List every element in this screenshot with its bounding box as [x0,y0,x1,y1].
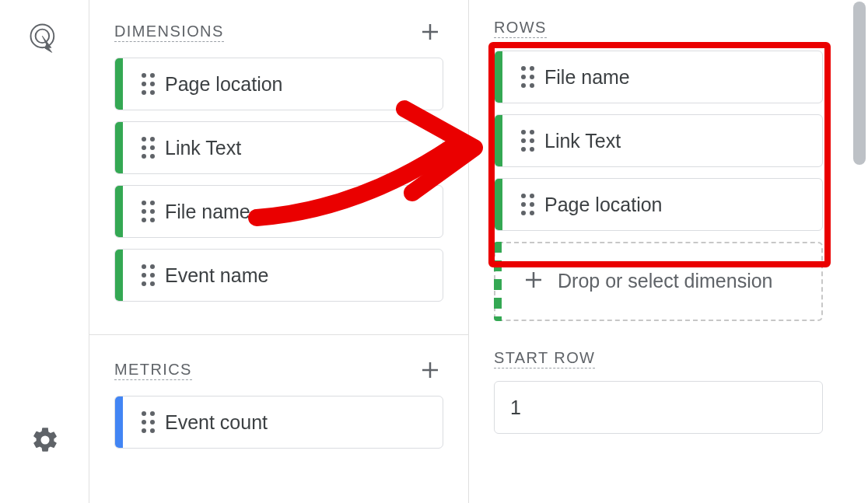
row-pill[interactable]: Link Text [494,114,823,167]
metric-pill[interactable]: Event count [114,396,443,449]
tab-settings-panel: ROWS File name Link Text Page location [468,0,848,503]
drag-handle-icon[interactable] [510,130,544,152]
plus-icon [522,268,545,295]
drag-handle-icon[interactable] [131,73,165,95]
pill-label: File name [165,201,250,223]
pill-label: Link Text [544,130,621,152]
settings-icon[interactable] [30,425,60,458]
drag-handle-icon[interactable] [131,264,165,286]
row-pill[interactable]: Page location [494,178,823,231]
pill-label: Page location [544,194,663,216]
dimensions-label: DIMENSIONS [114,23,224,42]
explore-tool-icon[interactable] [28,22,61,58]
dimension-accent [115,122,123,173]
dimension-pill[interactable]: Page location [114,58,443,110]
rows-drop-zone[interactable]: Drop or select dimension [494,242,823,321]
left-rail [0,0,89,503]
dimension-accent [495,51,502,103]
rows-label: ROWS [494,19,547,38]
dimension-accent [115,250,123,301]
start-row-section: START ROW [494,349,823,434]
metrics-section: METRICS Event count [114,334,443,449]
dropzone-accent [494,242,502,321]
dimension-accent [495,179,502,230]
pill-label: Page location [165,73,283,96]
variables-panel: DIMENSIONS Page location Link Text [89,0,468,503]
dimension-accent [115,58,123,110]
metric-accent [115,396,123,448]
drag-handle-icon[interactable] [131,411,165,433]
start-row-label: START ROW [494,349,595,369]
pill-label: Event name [165,264,268,287]
dimension-accent [495,115,502,166]
dropzone-label: Drop or select dimension [558,268,773,295]
dimension-accent [115,186,123,237]
start-row-input[interactable] [494,381,823,434]
dimension-pill[interactable]: Event name [114,249,443,302]
rows-section: ROWS File name Link Text Page location [494,19,823,321]
pill-label: Link Text [165,137,241,159]
scrollbar[interactable] [853,2,866,165]
drag-handle-icon[interactable] [131,137,165,159]
pill-label: File name [544,66,630,89]
dimension-pill[interactable]: File name [114,185,443,238]
drag-handle-icon[interactable] [510,194,544,215]
dimensions-section: DIMENSIONS Page location Link Text [114,19,443,302]
drag-handle-icon[interactable] [510,66,544,88]
metrics-label: METRICS [114,361,192,380]
pill-label: Event count [165,411,268,434]
row-pill[interactable]: File name [494,51,823,103]
add-metric-button[interactable] [417,357,443,383]
drag-handle-icon[interactable] [131,201,165,222]
dimension-pill[interactable]: Link Text [114,121,443,174]
add-dimension-button[interactable] [417,19,443,45]
